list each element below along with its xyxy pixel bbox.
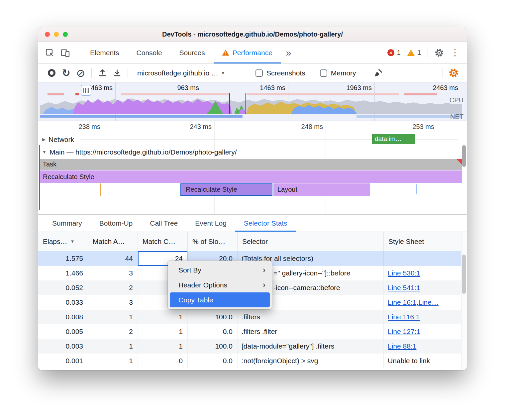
cell-style-sheet[interactable]: Line 88:1 — [384, 339, 461, 354]
layout-event-block[interactable]: Layout — [273, 183, 370, 196]
cell-elapsed[interactable]: 1.466 — [38, 266, 88, 280]
load-profile-icon[interactable] — [110, 68, 124, 77]
cell-match-attempts[interactable]: 2 — [88, 280, 138, 295]
save-profile-icon[interactable] — [95, 68, 110, 77]
cell-match-attempts[interactable]: 1 — [88, 354, 138, 368]
table-scrollbar-track[interactable] — [461, 232, 467, 370]
panel-tab-event-log[interactable]: Event Log — [186, 215, 235, 232]
timeline-scrollbar-thumb[interactable] — [462, 145, 466, 167]
menu-item-header-options[interactable]: Header Options› — [170, 277, 270, 292]
cell-match-count[interactable]: 1 — [138, 324, 188, 339]
cell-style-sheet[interactable]: Line 541:1 — [384, 280, 461, 295]
cell-selector[interactable]: :not(foreignObject) > svg — [238, 354, 384, 368]
capture-settings-gear-icon[interactable] — [446, 68, 461, 78]
cell-percent-slow[interactable]: 100.0 — [188, 339, 238, 354]
window-selection-right-line[interactable] — [245, 93, 246, 114]
cell-style-sheet[interactable]: Line 116:1 — [384, 310, 461, 324]
cell-elapsed[interactable]: 0.052 — [38, 280, 88, 295]
cell-style-sheet[interactable] — [384, 251, 461, 266]
minimize-window-button[interactable] — [54, 32, 59, 37]
network-request-block[interactable]: data:im… — [372, 134, 415, 144]
table-scrollbar-thumb[interactable] — [462, 255, 466, 294]
style-sheet-link[interactable]: Line 530:1 — [388, 269, 420, 277]
table-row[interactable]: 0.00811100.0.filtersLine 116:1 — [38, 310, 467, 324]
cell-match-count[interactable]: 0 — [138, 354, 188, 368]
cell-style-sheet[interactable]: Unable to link — [384, 354, 461, 368]
device-toolbar-icon[interactable] — [57, 42, 73, 63]
cell-percent-slow[interactable]: 100.0 — [188, 310, 238, 324]
history-select[interactable]: microsoftedge.github.io … ▾ — [137, 69, 247, 77]
more-tabs-icon[interactable]: » — [286, 42, 291, 63]
cell-elapsed[interactable]: 0.033 — [38, 295, 88, 310]
cell-match-attempts[interactable]: 2 — [88, 324, 138, 339]
tab-performance[interactable]: !Performance — [214, 42, 281, 63]
panel-tab-bottom-up[interactable]: Bottom-Up — [91, 215, 141, 232]
table-row[interactable]: 0.005210.0.filters .filterLine 127:1 — [38, 324, 467, 339]
panel-tab-selector-stats[interactable]: Selector Stats — [235, 215, 296, 232]
cell-match-count[interactable]: 1 — [138, 339, 188, 354]
column-header-of-slo[interactable]: % of Slo… — [188, 232, 238, 251]
collect-garbage-icon[interactable] — [371, 68, 385, 78]
style-sheet-link[interactable]: Line… — [418, 298, 439, 306]
fullscreen-window-button[interactable] — [63, 32, 68, 37]
panel-tab-summary[interactable]: Summary — [44, 215, 91, 232]
menu-item-sort-by[interactable]: Sort By› — [170, 262, 270, 277]
column-header-match-c[interactable]: Match C… — [138, 232, 188, 251]
cell-match-count[interactable]: 1 — [138, 310, 188, 324]
task-event-block[interactable]: Task — [40, 159, 462, 170]
style-sheet-link[interactable]: Line 16:1 — [388, 298, 416, 306]
reload-and-record-icon[interactable]: ↻ — [59, 68, 73, 78]
cell-selector[interactable]: .filters — [238, 310, 384, 324]
cell-elapsed[interactable]: 0.008 — [38, 310, 88, 324]
overview-strip[interactable]: CPU NET 463 ms963 ms1463 ms1963 ms2463 m… — [38, 82, 467, 121]
cell-selector[interactable]: .filters .filter — [238, 324, 384, 339]
memory-checkbox[interactable] — [320, 69, 327, 77]
close-window-button[interactable] — [45, 32, 50, 37]
memory-checkbox-wrap[interactable]: Memory — [320, 69, 356, 77]
column-header-elaps[interactable]: Elaps…▼ — [38, 232, 88, 251]
more-options-icon[interactable]: ⋮ — [451, 48, 459, 57]
triangle-down-icon[interactable]: ▼ — [42, 150, 47, 155]
cell-percent-slow[interactable]: 0.0 — [188, 324, 238, 339]
clear-recording-icon[interactable]: ⊘ — [73, 68, 88, 78]
cell-elapsed[interactable]: 0.001 — [38, 354, 88, 368]
window-selection-left-line[interactable] — [229, 93, 230, 114]
inspect-element-icon[interactable] — [42, 42, 57, 63]
error-count-badge[interactable]: × 1 — [387, 49, 401, 56]
screenshots-checkbox-wrap[interactable]: Screenshots — [255, 69, 305, 77]
cell-match-attempts[interactable]: 3 — [88, 295, 138, 310]
cell-match-attempts[interactable]: 1 — [88, 310, 138, 324]
cell-style-sheet[interactable]: Line 16:1 , Line… — [384, 295, 461, 310]
style-sheet-link[interactable]: Line 116:1 — [388, 313, 420, 321]
main-track-header[interactable]: ▼ Main — https://microsoftedge.github.io… — [38, 145, 461, 159]
selected-recalculate-style-block[interactable]: Recalculate Style — [180, 183, 272, 196]
screenshots-checkbox[interactable] — [255, 69, 263, 77]
cell-style-sheet[interactable]: Line 530:1 — [384, 266, 461, 280]
style-sheet-link[interactable]: Line 127:1 — [388, 328, 420, 336]
cell-elapsed[interactable]: 0.005 — [38, 324, 88, 339]
record-button[interactable] — [44, 69, 59, 77]
style-sheet-link[interactable]: Line 88:1 — [388, 342, 416, 350]
panel-tab-call-tree[interactable]: Call Tree — [141, 215, 186, 232]
tab-console[interactable]: Console — [128, 42, 171, 63]
style-sheet-link[interactable]: Line 541:1 — [388, 284, 420, 292]
table-row[interactable]: 0.001100.0:not(foreignObject) > svgUnabl… — [38, 354, 467, 368]
range-drag-handle[interactable] — [81, 85, 91, 96]
tab-elements[interactable]: Elements — [81, 42, 128, 63]
recalculate-style-block[interactable]: Recalculate Style — [40, 170, 462, 183]
cell-match-attempts[interactable]: 44 — [88, 251, 138, 266]
cell-elapsed[interactable]: 0.003 — [38, 339, 88, 354]
column-header-style-sheet[interactable]: Style Sheet — [384, 232, 461, 251]
cell-selector[interactable]: [data-module="gallery"] .filters — [238, 339, 384, 354]
cell-elapsed[interactable]: 1.575 — [38, 251, 88, 266]
warning-count-badge[interactable]: ! 1 — [407, 49, 421, 56]
settings-gear-icon[interactable] — [435, 48, 444, 57]
table-row[interactable]: 0.00311100.0[data-module="gallery"] .fil… — [38, 339, 467, 354]
column-header-selector[interactable]: Selector — [238, 232, 384, 251]
timeline-area[interactable]: ▶ Network data:im… ▼ Main — https://micr… — [38, 121, 467, 214]
menu-item-copy-table[interactable]: Copy Table — [170, 292, 270, 307]
cell-match-attempts[interactable]: 1 — [88, 339, 138, 354]
cell-style-sheet[interactable]: Line 127:1 — [384, 324, 461, 339]
triangle-right-icon[interactable]: ▶ — [42, 137, 46, 142]
tab-sources[interactable]: Sources — [171, 42, 214, 63]
